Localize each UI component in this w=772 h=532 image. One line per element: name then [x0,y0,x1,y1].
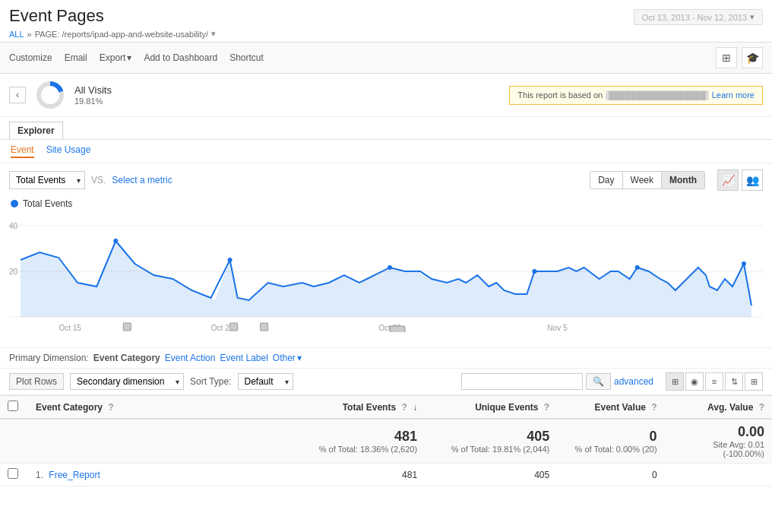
primary-dim-label: Primary Dimension: [9,353,89,363]
col-events-sort-icon[interactable]: ↓ [413,402,417,413]
total-value-value: 0 [565,429,657,445]
table-controls: Plot Rows Secondary dimension ▾ Sort Typ… [0,368,772,395]
col-value-help[interactable]: ? [651,402,657,413]
metric-select[interactable]: Total Events [9,171,85,189]
row-avg [665,464,772,486]
segment-toggle[interactable]: ‹ [9,87,26,103]
notice-blurred: ██████████████████ [606,90,709,100]
row-value: 0 [557,464,664,486]
segment-name: All Visits [74,84,112,96]
secondary-dim-select[interactable]: Secondary dimension [70,373,184,390]
svg-point-7 [113,239,118,243]
bar-view-button[interactable]: ≡ [705,372,723,391]
segment-info: All Visits 19.81% [74,84,112,106]
sub-tabs: Event Site Usage [0,140,772,163]
breadcrumb: ALL » PAGE: /reports/ipad-app-and-websit… [9,29,763,39]
col-category-label: Event Category [36,402,103,413]
shortcut-button[interactable]: Shortcut [229,52,264,63]
email-button[interactable]: Email [65,52,87,63]
dim-event-action[interactable]: Event Action [165,353,216,363]
dim-other[interactable]: Other ▾ [273,353,302,363]
col-events-help[interactable]: ? [401,402,407,413]
explorer-tab-container: Explorer [0,117,772,140]
row-events: 481 [293,464,425,486]
search-input[interactable] [461,373,583,390]
date-range-text: Oct 13, 2013 - Nov 12, 2013 [642,13,747,22]
date-range-picker[interactable]: Oct 13, 2013 - Nov 12, 2013 ▾ [634,9,763,25]
primary-dimension-bar: Primary Dimension: Event Category Event … [0,347,772,368]
row-num: 1. [36,470,43,480]
col-category-header: Event Category ? [28,396,293,420]
dim-event-label[interactable]: Event Label [220,353,267,363]
pie-view-button[interactable]: ◉ [685,372,704,391]
compare-view-button[interactable]: ⇅ [725,372,743,391]
col-check-header [0,396,28,420]
sort-type-label: Sort Type: [190,376,231,387]
svg-point-8 [228,258,233,262]
col-category-help[interactable]: ? [108,402,113,413]
select-metric[interactable]: Select a metric [112,175,172,185]
dim-other-label: Other [273,353,296,363]
advanced-link[interactable]: advanced [614,376,653,387]
plot-rows-button[interactable]: Plot Rows [9,373,64,390]
search-button[interactable]: 🔍 [586,373,611,390]
row-checkbox[interactable] [8,468,18,479]
metric-select-wrap[interactable]: Total Events ▾ [9,171,85,189]
col-events-label: Total Events [343,402,396,413]
customize-button[interactable]: Customize [9,52,52,63]
notice-text: This report is based on [517,90,603,100]
chart-type-buttons: 📈 👥 [717,169,763,191]
breadcrumb-page-label: PAGE: /reports/ipad-app-and-website-usab… [35,30,208,39]
sort-type-select[interactable]: Default [238,373,293,390]
export-dropdown-icon: ▾ [127,52,131,63]
col-avg-label: Avg. Value [707,402,753,413]
learn-more-link[interactable]: Learn more [712,90,755,100]
total-unique-value: 405 [432,429,549,445]
svg-text:40: 40 [9,222,18,230]
breadcrumb-dropdown-icon[interactable]: ▾ [211,29,216,39]
pivot-view-button[interactable]: ⊞ [745,372,763,391]
tab-event[interactable]: Event [11,144,34,158]
col-unique-help[interactable]: ? [544,402,549,413]
chart-svg: 40 20 Oct 15 Oct 22 Oct 29 Nov 5 [9,211,763,332]
chart-area: 40 20 Oct 15 Oct 22 Oct 29 Nov 5 [0,211,772,347]
export-button[interactable]: Export ▾ [100,52,132,63]
col-value-header: Event Value ? [557,396,664,420]
total-avg-sub: Site Avg: 0.01 (-100.00%) [672,440,764,458]
grid-icon[interactable]: ⊞ [716,47,737,68]
line-chart-button[interactable]: 📈 [717,169,739,191]
row-category-link[interactable]: Free_Report [49,470,100,480]
chart-legend: Total Events [0,197,772,211]
segment-pct: 19.81% [74,97,103,106]
tab-site-usage[interactable]: Site Usage [46,144,91,158]
sort-type-wrap[interactable]: Default ▾ [238,373,293,390]
grid-view-button[interactable]: ⊞ [666,372,684,391]
col-avg-help[interactable]: ? [759,402,764,413]
total-events-cell: 481 % of Total: 18.36% (2,620) [293,419,425,464]
graduation-cap-icon[interactable]: 🎓 [742,47,763,68]
person-chart-button[interactable]: 👥 [742,169,763,191]
col-unique-label: Unique Events [475,402,538,413]
view-buttons: ⊞ ◉ ≡ ⇅ ⊞ [666,372,763,391]
add-to-dashboard-button[interactable]: Add to Dashboard [144,52,217,63]
total-category [28,419,293,464]
legend-dot [11,200,18,207]
col-value-label: Event Value [595,402,646,413]
day-button[interactable]: Day [590,172,622,188]
breadcrumb-all[interactable]: ALL [9,30,24,39]
select-all-checkbox[interactable] [8,401,18,411]
toolbar-right-icons: ⊞ 🎓 [716,47,763,68]
svg-rect-19 [261,323,268,331]
secondary-dim-wrap[interactable]: Secondary dimension ▾ [70,373,184,390]
svg-point-9 [388,265,392,270]
data-table: Event Category ? Total Events ? ↓ Unique… [0,395,772,486]
row-check [0,464,28,486]
month-button[interactable]: Month [662,172,704,188]
toolbar: Customize Email Export ▾ Add to Dashboar… [0,43,772,74]
week-button[interactable]: Week [623,172,662,188]
search-input-wrap: 🔍 advanced [461,373,653,390]
total-check [0,419,28,464]
report-notice: This report is based on ████████████████… [509,86,763,105]
explorer-tab[interactable]: Explorer [9,122,63,139]
total-row: 481 % of Total: 18.36% (2,620) 405 % of … [0,419,772,464]
